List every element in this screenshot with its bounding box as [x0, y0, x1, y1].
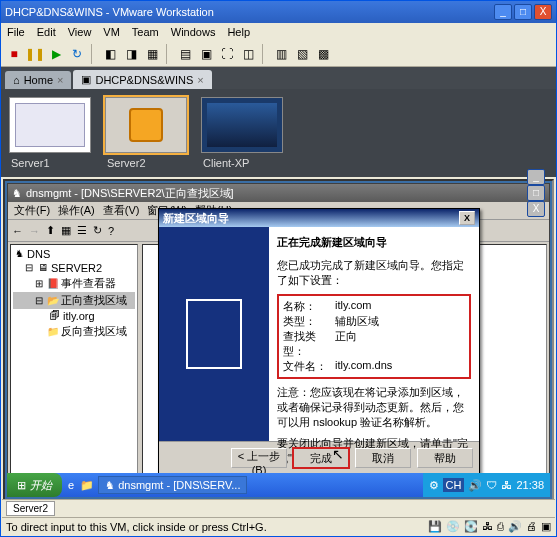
props-icon[interactable]: ☰: [77, 224, 87, 237]
vm-screen[interactable]: ♞ dnsmgmt - [DNS\SERVER2\正向查找区域] _ □ X 文…: [3, 179, 554, 501]
dns-tree[interactable]: ♞DNS ⊟🖥SERVER2 ⊞📕事件查看器 ⊟📂正向查找区域 🗐itly.or…: [10, 244, 138, 482]
vmware-tabs: ⌂ Home × ▣ DHCP&DNS&WINS ×: [1, 67, 556, 89]
wizard-titlebar[interactable]: 新建区域向导 X: [159, 209, 479, 227]
tree-label: 反向查找区域: [61, 324, 127, 339]
cancel-button[interactable]: 取消: [355, 448, 411, 468]
menu-action[interactable]: 操作(A): [58, 203, 95, 218]
menu-vm[interactable]: VM: [103, 26, 120, 38]
vmware-titlebar[interactable]: DHCP&DNS&WINS - VMware Workstation _ □ X: [1, 1, 556, 23]
tab-home[interactable]: ⌂ Home ×: [5, 71, 71, 89]
tree-label: itly.org: [63, 310, 95, 322]
device-printer-icon[interactable]: 🖨: [526, 520, 537, 533]
tray-icon[interactable]: ⚙: [429, 479, 439, 492]
new-zone-wizard: 新建区域向导 X 正在完成新建区域向导 您已成功完成了新建区域向导。您指定了如下…: [158, 208, 480, 475]
tray-network-icon[interactable]: 🖧: [501, 479, 512, 491]
maximize-button[interactable]: □: [514, 4, 532, 20]
revert-icon[interactable]: ◨: [122, 45, 140, 63]
tray-clock[interactable]: 21:38: [516, 479, 544, 491]
taskbar-item-dnsmgmt[interactable]: ♞ dnsmgmt - [DNS\SERV...: [98, 476, 247, 494]
quicklaunch-ie-icon[interactable]: e: [68, 479, 74, 491]
menu-windows[interactable]: Windows: [171, 26, 216, 38]
back-icon[interactable]: ←: [12, 225, 23, 237]
thumb-label: Client-XP: [201, 157, 283, 169]
power-on-icon[interactable]: ▶: [47, 45, 65, 63]
fullscreen-icon[interactable]: ⛶: [218, 45, 236, 63]
thumb-server2[interactable]: Server2: [105, 97, 187, 169]
dnsmgmt-window: ♞ dnsmgmt - [DNS\SERVER2\正向查找区域] _ □ X 文…: [7, 183, 550, 485]
up-icon[interactable]: ⬆: [46, 224, 55, 237]
device-net-icon[interactable]: 🖧: [482, 520, 493, 533]
close-tab-icon[interactable]: ×: [57, 74, 63, 86]
tree-eventviewer[interactable]: ⊞📕事件查看器: [13, 275, 135, 292]
power-off-icon[interactable]: ■: [5, 45, 23, 63]
summary-key: 文件名：: [283, 359, 335, 374]
vm-running-icon[interactable]: ▣: [541, 520, 551, 533]
back-button[interactable]: < 上一步(B): [231, 448, 287, 468]
tree-reverse-zones[interactable]: ⊞📁反向查找区域: [13, 323, 135, 340]
folder-icon: 📂: [47, 295, 59, 307]
summary-icon[interactable]: ▥: [272, 45, 290, 63]
device-cd-icon[interactable]: 💿: [446, 520, 460, 533]
manage-icon[interactable]: ▦: [143, 45, 161, 63]
minimize-button[interactable]: _: [527, 169, 545, 185]
wizard-heading: 正在完成新建区域向导: [277, 235, 471, 250]
menu-help[interactable]: Help: [227, 26, 250, 38]
close-tab-icon[interactable]: ×: [197, 74, 203, 86]
tray-shield-icon[interactable]: 🛡: [486, 479, 497, 491]
menu-view[interactable]: 查看(V): [103, 203, 140, 218]
quickswitch-icon[interactable]: ▩: [314, 45, 332, 63]
tree-label: 正向查找区域: [61, 293, 127, 308]
xp-taskbar: ⊞ 开始 e 📁 ♞ dnsmgmt - [DNS\SERV... ⚙ CH 🔊…: [7, 473, 550, 497]
device-floppy-icon[interactable]: 💽: [464, 520, 478, 533]
tab-label: Home: [24, 74, 53, 86]
reset-icon[interactable]: ↻: [68, 45, 86, 63]
help-button[interactable]: 帮助: [417, 448, 473, 468]
tray-lang[interactable]: CH: [443, 478, 465, 492]
start-button[interactable]: ⊞ 开始: [7, 473, 62, 497]
menu-edit[interactable]: Edit: [37, 26, 56, 38]
close-button[interactable]: X: [459, 211, 475, 225]
finish-button[interactable]: 完成: [293, 448, 349, 468]
close-button[interactable]: X: [534, 4, 552, 20]
tree-zone-itly[interactable]: 🗐itly.org: [13, 309, 135, 323]
tray-volume-icon[interactable]: 🔊: [468, 479, 482, 492]
device-usb-icon[interactable]: ⎙: [497, 520, 504, 533]
refresh-icon[interactable]: ↻: [93, 224, 102, 237]
tree-server[interactable]: ⊟🖥SERVER2: [13, 261, 135, 275]
suspend-icon[interactable]: ❚❚: [26, 45, 44, 63]
unity-icon[interactable]: ◫: [239, 45, 257, 63]
summary-key: 名称：: [283, 299, 335, 314]
thumb-clientxp[interactable]: Client-XP: [201, 97, 283, 169]
tree-label: SERVER2: [51, 262, 102, 274]
console-icon[interactable]: ▣: [197, 45, 215, 63]
menu-view[interactable]: View: [68, 26, 92, 38]
menu-file[interactable]: File: [7, 26, 25, 38]
tree-root[interactable]: ♞DNS: [13, 247, 135, 261]
tree-label: 事件查看器: [61, 276, 116, 291]
sidebar-icon[interactable]: ▤: [176, 45, 194, 63]
thumb-server1[interactable]: Server1: [9, 97, 91, 169]
appliance-icon[interactable]: ▧: [293, 45, 311, 63]
quicklaunch-explorer-icon[interactable]: 📁: [80, 479, 94, 492]
minimize-button[interactable]: _: [494, 4, 512, 20]
vm-tab-server2[interactable]: Server2: [6, 501, 55, 516]
tab-team[interactable]: ▣ DHCP&DNS&WINS ×: [73, 70, 211, 89]
wizard-intro: 您已成功完成了新建区域向导。您指定了如下设置：: [277, 258, 471, 288]
device-hdd-icon[interactable]: 💾: [428, 520, 442, 533]
help-icon[interactable]: ?: [108, 225, 114, 237]
menu-file[interactable]: 文件(F): [14, 203, 50, 218]
vmware-title-text: DHCP&DNS&WINS - VMware Workstation: [5, 6, 214, 18]
close-button[interactable]: X: [527, 201, 545, 217]
snapshot-icon[interactable]: ◧: [101, 45, 119, 63]
tree-forward-zones[interactable]: ⊟📂正向查找区域: [13, 292, 135, 309]
maximize-button[interactable]: □: [527, 185, 545, 201]
thumb-label: Server2: [105, 157, 187, 169]
status-bar: To direct input to this VM, click inside…: [2, 517, 555, 535]
dnsmgmt-titlebar[interactable]: ♞ dnsmgmt - [DNS\SERVER2\正向查找区域] _ □ X: [8, 184, 549, 202]
show-icon[interactable]: ▦: [61, 224, 71, 237]
forward-icon[interactable]: →: [29, 225, 40, 237]
menu-team[interactable]: Team: [132, 26, 159, 38]
separator: [91, 44, 96, 64]
device-sound-icon[interactable]: 🔊: [508, 520, 522, 533]
summary-key: 类型：: [283, 314, 335, 329]
